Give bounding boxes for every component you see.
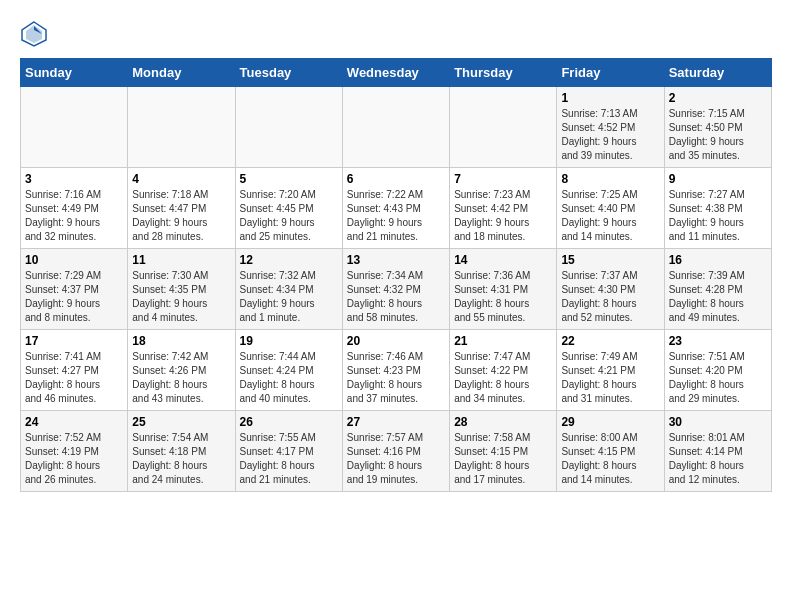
- calendar-cell: 20Sunrise: 7:46 AM Sunset: 4:23 PM Dayli…: [342, 330, 449, 411]
- day-number: 29: [561, 415, 659, 429]
- calendar-cell: 7Sunrise: 7:23 AM Sunset: 4:42 PM Daylig…: [450, 168, 557, 249]
- calendar-cell: 30Sunrise: 8:01 AM Sunset: 4:14 PM Dayli…: [664, 411, 771, 492]
- calendar-cell: 1Sunrise: 7:13 AM Sunset: 4:52 PM Daylig…: [557, 87, 664, 168]
- weekday-header-monday: Monday: [128, 59, 235, 87]
- day-number: 18: [132, 334, 230, 348]
- day-number: 11: [132, 253, 230, 267]
- day-info: Sunrise: 7:47 AM Sunset: 4:22 PM Dayligh…: [454, 350, 552, 406]
- day-info: Sunrise: 7:41 AM Sunset: 4:27 PM Dayligh…: [25, 350, 123, 406]
- day-number: 21: [454, 334, 552, 348]
- calendar-cell: 23Sunrise: 7:51 AM Sunset: 4:20 PM Dayli…: [664, 330, 771, 411]
- weekday-header-tuesday: Tuesday: [235, 59, 342, 87]
- header: [20, 20, 772, 48]
- day-number: 10: [25, 253, 123, 267]
- calendar-cell: 13Sunrise: 7:34 AM Sunset: 4:32 PM Dayli…: [342, 249, 449, 330]
- weekday-header-sunday: Sunday: [21, 59, 128, 87]
- day-info: Sunrise: 7:57 AM Sunset: 4:16 PM Dayligh…: [347, 431, 445, 487]
- day-number: 13: [347, 253, 445, 267]
- day-number: 3: [25, 172, 123, 186]
- calendar-cell: [450, 87, 557, 168]
- day-number: 23: [669, 334, 767, 348]
- day-info: Sunrise: 7:20 AM Sunset: 4:45 PM Dayligh…: [240, 188, 338, 244]
- weekday-header-thursday: Thursday: [450, 59, 557, 87]
- day-info: Sunrise: 8:00 AM Sunset: 4:15 PM Dayligh…: [561, 431, 659, 487]
- day-number: 9: [669, 172, 767, 186]
- calendar-cell: 2Sunrise: 7:15 AM Sunset: 4:50 PM Daylig…: [664, 87, 771, 168]
- calendar-cell: 17Sunrise: 7:41 AM Sunset: 4:27 PM Dayli…: [21, 330, 128, 411]
- day-info: Sunrise: 7:54 AM Sunset: 4:18 PM Dayligh…: [132, 431, 230, 487]
- day-number: 28: [454, 415, 552, 429]
- calendar-cell: 11Sunrise: 7:30 AM Sunset: 4:35 PM Dayli…: [128, 249, 235, 330]
- day-number: 25: [132, 415, 230, 429]
- day-info: Sunrise: 7:34 AM Sunset: 4:32 PM Dayligh…: [347, 269, 445, 325]
- day-info: Sunrise: 7:15 AM Sunset: 4:50 PM Dayligh…: [669, 107, 767, 163]
- day-info: Sunrise: 7:49 AM Sunset: 4:21 PM Dayligh…: [561, 350, 659, 406]
- calendar-cell: 25Sunrise: 7:54 AM Sunset: 4:18 PM Dayli…: [128, 411, 235, 492]
- day-info: Sunrise: 7:30 AM Sunset: 4:35 PM Dayligh…: [132, 269, 230, 325]
- day-info: Sunrise: 7:25 AM Sunset: 4:40 PM Dayligh…: [561, 188, 659, 244]
- calendar-cell: 21Sunrise: 7:47 AM Sunset: 4:22 PM Dayli…: [450, 330, 557, 411]
- week-row-3: 10Sunrise: 7:29 AM Sunset: 4:37 PM Dayli…: [21, 249, 772, 330]
- calendar-cell: 24Sunrise: 7:52 AM Sunset: 4:19 PM Dayli…: [21, 411, 128, 492]
- calendar-cell: 6Sunrise: 7:22 AM Sunset: 4:43 PM Daylig…: [342, 168, 449, 249]
- day-number: 6: [347, 172, 445, 186]
- day-number: 5: [240, 172, 338, 186]
- calendar-cell: 19Sunrise: 7:44 AM Sunset: 4:24 PM Dayli…: [235, 330, 342, 411]
- day-info: Sunrise: 7:52 AM Sunset: 4:19 PM Dayligh…: [25, 431, 123, 487]
- calendar-cell: 4Sunrise: 7:18 AM Sunset: 4:47 PM Daylig…: [128, 168, 235, 249]
- week-row-5: 24Sunrise: 7:52 AM Sunset: 4:19 PM Dayli…: [21, 411, 772, 492]
- day-info: Sunrise: 7:16 AM Sunset: 4:49 PM Dayligh…: [25, 188, 123, 244]
- calendar: SundayMondayTuesdayWednesdayThursdayFrid…: [20, 58, 772, 492]
- day-number: 4: [132, 172, 230, 186]
- calendar-cell: [235, 87, 342, 168]
- calendar-cell: [21, 87, 128, 168]
- calendar-cell: 27Sunrise: 7:57 AM Sunset: 4:16 PM Dayli…: [342, 411, 449, 492]
- week-row-1: 1Sunrise: 7:13 AM Sunset: 4:52 PM Daylig…: [21, 87, 772, 168]
- day-info: Sunrise: 7:55 AM Sunset: 4:17 PM Dayligh…: [240, 431, 338, 487]
- day-number: 22: [561, 334, 659, 348]
- day-info: Sunrise: 7:29 AM Sunset: 4:37 PM Dayligh…: [25, 269, 123, 325]
- day-number: 14: [454, 253, 552, 267]
- weekday-header-row: SundayMondayTuesdayWednesdayThursdayFrid…: [21, 59, 772, 87]
- day-number: 27: [347, 415, 445, 429]
- day-number: 20: [347, 334, 445, 348]
- day-number: 12: [240, 253, 338, 267]
- day-info: Sunrise: 7:51 AM Sunset: 4:20 PM Dayligh…: [669, 350, 767, 406]
- day-info: Sunrise: 7:32 AM Sunset: 4:34 PM Dayligh…: [240, 269, 338, 325]
- day-number: 24: [25, 415, 123, 429]
- calendar-cell: 3Sunrise: 7:16 AM Sunset: 4:49 PM Daylig…: [21, 168, 128, 249]
- day-info: Sunrise: 7:13 AM Sunset: 4:52 PM Dayligh…: [561, 107, 659, 163]
- day-number: 19: [240, 334, 338, 348]
- day-number: 30: [669, 415, 767, 429]
- logo-icon: [20, 20, 48, 48]
- day-info: Sunrise: 7:22 AM Sunset: 4:43 PM Dayligh…: [347, 188, 445, 244]
- calendar-cell: [342, 87, 449, 168]
- weekday-header-wednesday: Wednesday: [342, 59, 449, 87]
- day-number: 26: [240, 415, 338, 429]
- calendar-body: 1Sunrise: 7:13 AM Sunset: 4:52 PM Daylig…: [21, 87, 772, 492]
- day-info: Sunrise: 7:37 AM Sunset: 4:30 PM Dayligh…: [561, 269, 659, 325]
- day-info: Sunrise: 7:58 AM Sunset: 4:15 PM Dayligh…: [454, 431, 552, 487]
- day-number: 17: [25, 334, 123, 348]
- day-number: 7: [454, 172, 552, 186]
- calendar-cell: 18Sunrise: 7:42 AM Sunset: 4:26 PM Dayli…: [128, 330, 235, 411]
- day-number: 8: [561, 172, 659, 186]
- calendar-cell: 8Sunrise: 7:25 AM Sunset: 4:40 PM Daylig…: [557, 168, 664, 249]
- day-info: Sunrise: 7:39 AM Sunset: 4:28 PM Dayligh…: [669, 269, 767, 325]
- calendar-header: SundayMondayTuesdayWednesdayThursdayFrid…: [21, 59, 772, 87]
- day-number: 16: [669, 253, 767, 267]
- day-number: 2: [669, 91, 767, 105]
- calendar-cell: [128, 87, 235, 168]
- week-row-2: 3Sunrise: 7:16 AM Sunset: 4:49 PM Daylig…: [21, 168, 772, 249]
- day-info: Sunrise: 8:01 AM Sunset: 4:14 PM Dayligh…: [669, 431, 767, 487]
- calendar-cell: 26Sunrise: 7:55 AM Sunset: 4:17 PM Dayli…: [235, 411, 342, 492]
- calendar-cell: 22Sunrise: 7:49 AM Sunset: 4:21 PM Dayli…: [557, 330, 664, 411]
- calendar-cell: 10Sunrise: 7:29 AM Sunset: 4:37 PM Dayli…: [21, 249, 128, 330]
- day-info: Sunrise: 7:44 AM Sunset: 4:24 PM Dayligh…: [240, 350, 338, 406]
- calendar-cell: 15Sunrise: 7:37 AM Sunset: 4:30 PM Dayli…: [557, 249, 664, 330]
- day-info: Sunrise: 7:23 AM Sunset: 4:42 PM Dayligh…: [454, 188, 552, 244]
- day-info: Sunrise: 7:18 AM Sunset: 4:47 PM Dayligh…: [132, 188, 230, 244]
- day-number: 15: [561, 253, 659, 267]
- day-info: Sunrise: 7:36 AM Sunset: 4:31 PM Dayligh…: [454, 269, 552, 325]
- calendar-cell: 28Sunrise: 7:58 AM Sunset: 4:15 PM Dayli…: [450, 411, 557, 492]
